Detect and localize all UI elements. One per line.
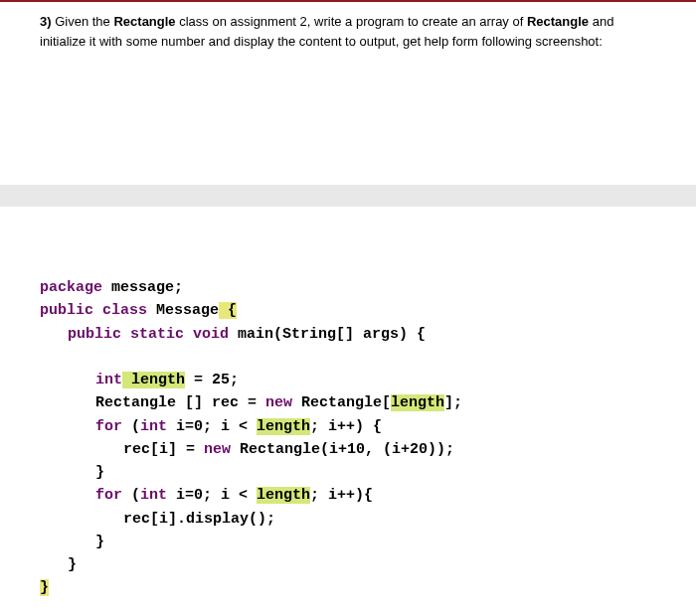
kw-new2: new: [204, 441, 231, 458]
l6-a: (: [122, 418, 140, 435]
l3-txt: main(String[] args) {: [229, 326, 426, 343]
l1-txt: message;: [102, 279, 183, 296]
code-line-12: }: [40, 553, 656, 576]
l8: }: [95, 464, 104, 481]
kw-public: public: [40, 302, 93, 319]
l7-b: Rectangle(i+10, (i+20));: [231, 441, 454, 458]
code-line-1: package message;: [40, 276, 656, 299]
l5-b: Rectangle[: [292, 394, 391, 411]
l7-a: rec[i] =: [123, 441, 204, 458]
kw-int3: int: [140, 487, 167, 504]
code-block: package message; public class Message { …: [0, 207, 696, 616]
q-text-2: class on assignment 2, write a program t…: [176, 14, 527, 29]
hl-length-3: length: [257, 487, 310, 504]
kw-psv: public static void: [68, 326, 229, 343]
question-text: 3) Given the Rectangle class on assignme…: [0, 2, 696, 66]
code-line-7: rec[i] = new Rectangle(i+10, (i+20));: [40, 438, 656, 461]
kw-for1: for: [95, 418, 122, 435]
code-line-3: public static void main(String[] args) {: [40, 323, 656, 346]
l5-a: Rectangle [] rec =: [95, 394, 265, 411]
code-line-11: }: [40, 531, 656, 553]
l9-b: i=0; i <: [167, 487, 257, 504]
q-bold-1: Rectangle: [113, 14, 175, 29]
kw-for2: for: [95, 487, 122, 504]
q-text-1: Given the: [55, 14, 113, 29]
l11: }: [95, 534, 104, 550]
l4-rest: = 25;: [185, 372, 239, 388]
blank-line-1: [40, 346, 656, 369]
l6-b: i=0; i <: [167, 418, 257, 435]
code-line-8: }: [40, 461, 656, 484]
code-line-4: int length = 25;: [40, 369, 656, 391]
code-line-9: for (int i=0; i < length; i++){: [40, 484, 656, 507]
l12: }: [68, 556, 77, 573]
hl-length-2: length: [257, 418, 310, 435]
l10: rec[i].display();: [123, 511, 275, 528]
grey-band: [0, 185, 696, 207]
kw-class: class: [93, 302, 147, 319]
code-line-10: rec[i].display();: [40, 508, 656, 531]
hl-brace: {: [219, 302, 237, 319]
class-name: Message: [147, 302, 219, 319]
code-line-2: public class Message {: [40, 299, 656, 322]
code-line-6: for (int i=0; i < length; i++) {: [40, 415, 656, 438]
q-bold-2: Rectangle: [527, 14, 589, 29]
kw-new1: new: [265, 394, 292, 411]
l6-c: ; i++) {: [310, 418, 382, 435]
hl-length-1: length: [391, 394, 444, 411]
code-line-13: }: [40, 576, 656, 599]
l5-c: ];: [444, 394, 462, 411]
code-line-5: Rectangle [] rec = new Rectangle[length]…: [40, 391, 656, 414]
question-number: 3): [40, 14, 52, 29]
kw-int2: int: [140, 418, 167, 435]
l9-a: (: [122, 487, 140, 504]
l9-c: ; i++){: [310, 487, 373, 504]
kw-package: package: [40, 279, 102, 296]
hl-length-decl: length: [122, 372, 185, 388]
hl-end-brace: }: [40, 579, 49, 596]
kw-int: int: [95, 372, 122, 388]
